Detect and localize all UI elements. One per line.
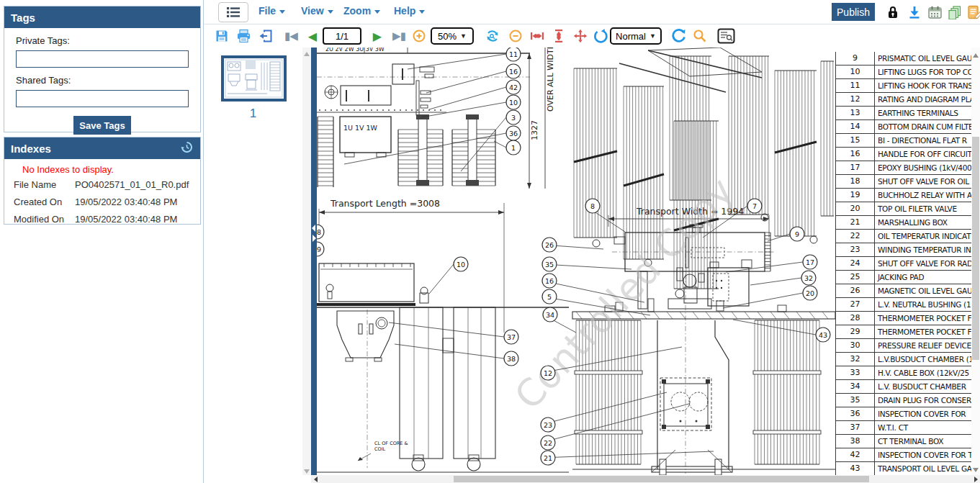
pan-window-button[interactable] [716,27,735,45]
scrollbar-thumb[interactable] [454,476,869,482]
save-button[interactable] [212,27,231,45]
part-description: OIL TEMPERATUR INDICAT [875,230,980,243]
download-button[interactable] [905,3,924,22]
shared-tags-input[interactable] [16,90,189,107]
svg-text:35: 35 [545,261,554,268]
filename-value: PO0402571_01_01_R0.pdf [75,179,200,190]
modified-label: Modified On [14,214,75,225]
svg-text:20: 20 [806,289,814,297]
last-page-button[interactable]: ▶▮ [390,27,408,45]
scroll-right-icon[interactable] [974,477,978,482]
export-button[interactable] [256,27,275,45]
history-icon[interactable] [180,140,194,156]
zoom-in-button[interactable] [410,27,428,45]
caret-down-icon [328,10,333,14]
part-description: RATING AND DIAGRAM PLA [875,93,980,106]
scroll-up-icon[interactable] [304,52,310,56]
table-row: 20TOP OIL FILETR VALVE [836,202,980,216]
svg-text:19: 19 [317,245,321,253]
refresh-icon [485,28,500,44]
thumbnail-scrollbar[interactable] [302,48,311,475]
caret-down-icon [279,10,285,14]
page-canvas[interactable]: 2U 2V 2W 3U 3V 3W1U 1V 1W1327OVER ALL WI… [317,48,980,475]
scroll-left-icon[interactable] [314,477,318,482]
part-number: 33 [836,366,875,379]
print-icon [236,29,251,43]
horizontal-scrollbar[interactable] [311,475,980,483]
thumbnail-toggle-button[interactable] [218,2,248,22]
scroll-down-icon[interactable] [973,468,979,472]
menu-zoom[interactable]: Zoom [343,5,380,17]
lock-icon [886,5,900,19]
vertical-scrollbar[interactable] [971,48,980,475]
zoom-in-icon [412,29,426,43]
magnifier-button[interactable] [691,27,709,45]
part-number: 26 [836,284,875,297]
fit-width-button[interactable] [528,27,547,45]
svg-text:3: 3 [511,114,516,122]
view-mode-select[interactable]: Normal▼ [610,27,662,45]
print-button[interactable] [234,27,253,45]
refresh-zoom-button[interactable] [483,27,502,45]
rotate-cw-button[interactable] [670,27,689,45]
svg-text:42: 42 [509,83,518,91]
collapse-right-icon[interactable] [313,235,316,242]
fit-page-button[interactable] [571,27,590,45]
page-indicator-input[interactable]: 1/1 [323,27,361,45]
svg-text:38: 38 [507,355,516,363]
fit-height-button[interactable] [549,27,568,45]
publish-button[interactable]: Publish [832,3,875,21]
part-number: 11 [836,79,875,92]
table-row: 37W.T.I. CT [836,421,980,435]
part-description: L.V. BUSDUCT CHAMBER [875,380,980,393]
lock-button[interactable] [884,3,902,22]
save-tags-button[interactable]: Save Tags [73,116,131,135]
zoom-out-button[interactable] [506,27,525,45]
panel-splitter[interactable] [311,48,317,475]
scroll-up-icon[interactable] [973,53,979,58]
menu-help[interactable]: Help [394,5,425,17]
rotate-ccw-button[interactable] [591,27,610,45]
created-label: Created On [14,197,75,207]
private-tags-input[interactable] [16,50,189,68]
svg-text:Transport Length =3008: Transport Length =3008 [330,198,440,209]
sidebar: Tags Private Tags: Shared Tags: Save Tag… [0,0,204,483]
menu-file[interactable]: File [259,5,285,17]
scrollbar-thumb[interactable] [972,137,979,360]
table-row: 14BOTTOM DRAIN CUM FILTE [836,120,980,134]
table-row: 38CT TERMINAL BOX [836,435,980,448]
part-number: 16 [836,148,875,161]
part-description: LIFTING HOOK FOR TRANS [875,79,980,92]
page-thumbnail[interactable] [221,55,287,101]
zoom-level-select[interactable]: 50%▼ [431,27,474,45]
collapse-left-icon[interactable] [312,225,315,232]
first-page-button[interactable]: ▮◀ [282,27,300,45]
parts-list-table: 9PRISMATIC OIL LEVEL GAU10LIFTING LUGS F… [835,52,980,475]
next-page-button[interactable]: ▶ [368,27,387,45]
menu-view[interactable]: View [301,5,333,17]
table-row: 16HANDLE FOR OFF CIRCUIT [836,148,980,161]
caret-down-icon: ▼ [460,32,467,40]
svg-text:1327: 1327 [530,120,539,140]
table-row: 36INSPECTION COVER FOR [836,407,980,421]
svg-text:16: 16 [545,277,554,285]
calendar-button[interactable] [925,3,944,22]
part-description: BOTTOM DRAIN CUM FILTE [875,120,980,133]
part-number: 43 [836,462,875,475]
tags-panel: Tags Private Tags: Shared Tags: Save Tag… [4,6,201,132]
thumbnail-sketch [224,58,284,99]
copy-documents-button[interactable] [945,3,964,22]
table-row: 12RATING AND DIAGRAM PLA [836,93,980,107]
part-number: 23 [836,243,875,256]
private-tags-label: Private Tags: [16,35,200,46]
table-row: 27L.V. NEUTRAL BUSHING (1 [836,298,980,312]
calendar-icon [927,5,943,19]
previous-page-button[interactable]: ◀ [303,27,322,45]
svg-text:17: 17 [806,258,814,266]
edit-note-button[interactable] [966,3,980,22]
svg-text:16: 16 [509,68,518,76]
modified-value: 19/05/2022 03:40:48 PM [75,214,200,225]
rotate-ccw-icon [593,28,608,44]
thumbnail-page-number[interactable]: 1 [204,107,302,121]
scroll-down-icon[interactable] [304,469,310,474]
